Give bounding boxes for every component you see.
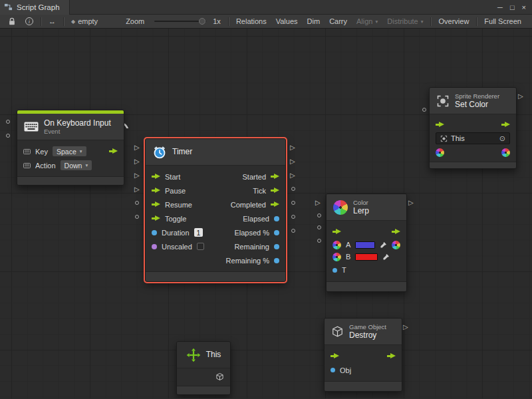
lerp-flow-in-port[interactable] <box>332 229 341 235</box>
lerp-b-color-port[interactable] <box>332 253 341 261</box>
external-port-elapsed-pct[interactable] <box>291 201 295 205</box>
external-port-unscaled[interactable] <box>135 215 139 219</box>
values-button[interactable]: Values <box>271 15 303 29</box>
graph-canvas[interactable]: ▷ ▷ ▷ ▷ ▷ ▷ ▷ ▷ ▷ ▷ ▷ On Keyboard Input … <box>0 29 532 398</box>
start-flow-in-port[interactable] <box>152 174 160 180</box>
toolbar-separator <box>228 17 229 26</box>
external-port-remaining-pct[interactable] <box>291 229 295 233</box>
external-port-elapsed[interactable] <box>291 187 295 191</box>
external-port-lerp-t[interactable] <box>317 239 321 243</box>
tick-flow-out-port[interactable] <box>271 188 279 194</box>
tab-script-graph[interactable]: Script Graph <box>0 0 70 15</box>
collapse-sidebars-button[interactable]: ↔ <box>44 15 61 29</box>
external-port-setcolor-target[interactable] <box>422 108 426 112</box>
gameobject-cube-port[interactable] <box>215 372 224 381</box>
node-this[interactable]: This <box>176 341 231 395</box>
node-header-text: Game Object Destroy <box>349 323 386 340</box>
external-port-resume[interactable]: ▷ <box>134 172 140 179</box>
align-label: Align <box>356 15 372 29</box>
node-footer <box>325 381 402 391</box>
lerp-flow-out-port[interactable] <box>392 229 400 235</box>
full-screen-button[interactable]: Full Screen <box>479 15 526 29</box>
node-header: Sprite Renderer Set Color <box>430 88 516 114</box>
external-port-lerp-b[interactable] <box>317 225 321 229</box>
graph-asset-label[interactable]: ◆ empty <box>66 15 102 29</box>
remaining-value-port[interactable] <box>274 244 279 249</box>
node-set-color[interactable]: Sprite Renderer Set Color This ⊙ <box>429 87 517 169</box>
external-port-duration[interactable] <box>135 201 139 205</box>
external-port-remaining[interactable] <box>291 215 295 219</box>
zoom-slider[interactable] <box>154 21 206 22</box>
node-title: Lerp <box>353 206 369 215</box>
lerp-result-color-port[interactable] <box>392 241 400 249</box>
external-port-pause[interactable]: ▷ <box>134 158 140 165</box>
elapsed-value-port[interactable] <box>274 216 279 221</box>
eyedropper-icon[interactable] <box>382 253 390 261</box>
distribute-label: Distribute <box>387 15 418 29</box>
external-port-completed[interactable]: ▷ <box>290 172 295 179</box>
external-port-destroy-flow-out[interactable]: ▷ <box>403 324 408 331</box>
external-port-action[interactable] <box>6 134 10 138</box>
unscaled-value-port[interactable] <box>152 244 157 249</box>
duration-value-port[interactable] <box>152 230 157 235</box>
node-on-keyboard-input[interactable]: On Keyboard Input Event Key Space ▾ <box>17 110 124 186</box>
close-button[interactable]: × <box>522 3 526 11</box>
node-destroy[interactable]: Game Object Destroy Obj <box>324 318 402 392</box>
destroy-obj-port[interactable] <box>331 368 335 372</box>
target-object-field[interactable]: This ⊙ <box>436 132 510 144</box>
external-port-started[interactable]: ▷ <box>290 144 295 151</box>
minimize-button[interactable]: ─ <box>497 3 503 11</box>
external-port-key[interactable] <box>6 120 10 124</box>
external-port-lerp-a[interactable] <box>317 213 321 217</box>
row-start-started: Start Started <box>146 170 285 184</box>
external-port-lerp-flow-in[interactable]: ▷ <box>315 200 321 206</box>
lerp-b-swatch[interactable] <box>355 253 378 261</box>
lerp-a-color-port[interactable] <box>332 241 341 249</box>
carry-button[interactable]: Carry <box>325 15 352 29</box>
node-footer <box>177 386 230 394</box>
remaining-pct-value-port[interactable] <box>274 258 279 263</box>
started-flow-out-port[interactable] <box>271 174 279 180</box>
setcolor-flow-out-port[interactable] <box>501 122 510 128</box>
overview-button[interactable]: Overview <box>434 15 473 29</box>
align-button[interactable]: Align ▾ <box>352 15 382 29</box>
lock-button[interactable] <box>3 17 21 26</box>
event-flow-out-port[interactable] <box>109 148 118 154</box>
pause-flow-in-port[interactable] <box>152 188 160 194</box>
distribute-button[interactable]: Distribute ▾ <box>382 15 428 29</box>
action-dropdown[interactable]: Down ▾ <box>61 160 92 170</box>
lerp-a-swatch[interactable] <box>355 241 375 249</box>
toggle-flow-in-port[interactable] <box>152 215 160 221</box>
row-action: Action Down ▾ <box>17 158 124 172</box>
zoom-slider-knob[interactable] <box>199 18 205 25</box>
setcolor-flow-in-port[interactable] <box>436 122 444 128</box>
elapsed-pct-value-port[interactable] <box>274 230 279 235</box>
setcolor-color-in-port[interactable] <box>436 148 444 157</box>
external-port-tick[interactable]: ▷ <box>290 158 295 165</box>
setcolor-color-out-port[interactable] <box>501 148 510 157</box>
resume-flow-in-port[interactable] <box>152 201 160 207</box>
external-port-setcolor-flow-out[interactable]: ▷ <box>518 93 523 100</box>
node-timer[interactable]: Timer Start Started Pause Tick Resume Co… <box>145 138 286 282</box>
dim-button[interactable]: Dim <box>303 15 325 29</box>
maximize-button[interactable]: □ <box>510 3 515 11</box>
external-port-lerp-flow-out[interactable]: ▷ <box>408 200 414 206</box>
this-move-icon <box>186 348 201 362</box>
info-button[interactable]: i <box>21 17 38 25</box>
completed-flow-out-port[interactable] <box>271 201 279 207</box>
node-color-lerp[interactable]: Color Lerp A B <box>326 194 407 292</box>
toolbar-separator <box>63 17 64 26</box>
relations-button[interactable]: Relations <box>231 15 271 29</box>
key-dropdown[interactable]: Space ▾ <box>53 146 86 156</box>
node-title: On Keyboard Input <box>44 118 111 128</box>
destroy-flow-out-port[interactable] <box>387 353 396 359</box>
unscaled-checkbox[interactable] <box>197 243 204 250</box>
external-port-toggle[interactable]: ▷ <box>134 186 140 193</box>
chevron-down-icon: ▾ <box>80 148 82 154</box>
duration-input[interactable]: 1 <box>194 228 203 237</box>
object-picker-icon[interactable]: ⊙ <box>499 135 505 142</box>
eyedropper-icon[interactable] <box>380 241 387 249</box>
lerp-t-value-port[interactable] <box>332 268 337 273</box>
destroy-flow-in-port[interactable] <box>331 353 339 359</box>
external-port-start[interactable]: ▷ <box>134 144 140 151</box>
